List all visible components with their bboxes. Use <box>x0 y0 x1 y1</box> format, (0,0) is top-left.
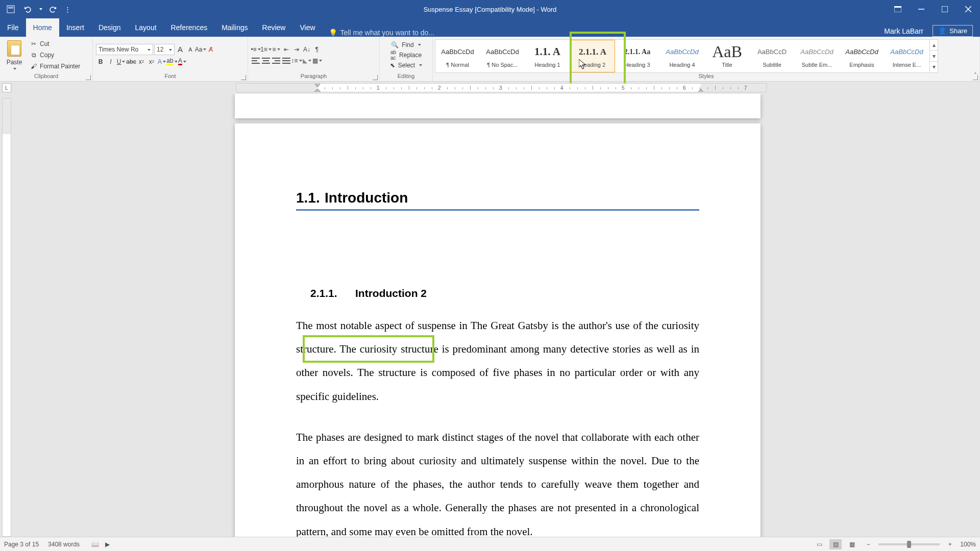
tab-file[interactable]: File <box>0 18 26 37</box>
style-subtitle[interactable]: AaBbCcDSubtitle <box>750 40 795 72</box>
numbering-button[interactable]: 1≡ <box>261 45 271 54</box>
shading-button[interactable]: ◣ <box>302 56 311 65</box>
maximize-button[interactable] <box>933 0 957 18</box>
style-title[interactable]: AaBTitle <box>705 40 750 72</box>
sort-button[interactable]: A↓ <box>302 45 311 54</box>
font-color-button[interactable]: A <box>178 57 187 66</box>
decrease-indent-button[interactable]: ⇤ <box>282 45 291 54</box>
tab-mailings[interactable]: Mailings <box>214 18 255 37</box>
font-dialog-launcher[interactable] <box>241 75 246 80</box>
style-heading-3[interactable]: 2.1.1. AaHeading 3 <box>615 40 660 72</box>
spelling-status-icon[interactable]: 📖 <box>89 539 101 549</box>
style-heading-4[interactable]: AaBbCcDdHeading 4 <box>660 40 705 72</box>
qat-customize[interactable]: ⋮ <box>64 4 70 15</box>
increase-indent-button[interactable]: ⇥ <box>292 45 301 54</box>
italic-button[interactable]: I <box>106 57 115 66</box>
page-count[interactable]: Page 3 of 15 <box>4 541 39 548</box>
superscript-button[interactable]: x2 <box>147 57 156 66</box>
close-button[interactable] <box>957 0 980 18</box>
subscript-button[interactable]: x2 <box>137 57 146 66</box>
ribbon-display-options[interactable] <box>886 0 910 18</box>
horizontal-ruler[interactable]: 1234567 <box>236 83 767 92</box>
tab-review[interactable]: Review <box>255 18 293 37</box>
select-button[interactable]: ⬉Select <box>390 62 422 69</box>
tab-design[interactable]: Design <box>91 18 128 37</box>
format-painter-button[interactable]: 🖌Format Painter <box>28 61 82 71</box>
read-mode-button[interactable]: ▭ <box>813 539 825 549</box>
collapse-ribbon-button[interactable]: ˄ <box>974 72 977 79</box>
word-count[interactable]: 3408 words <box>48 541 80 548</box>
borders-button[interactable]: ▦ <box>312 56 322 65</box>
tell-me-search[interactable]: 💡 Tell me what you want to do... <box>323 29 434 37</box>
undo-dropdown[interactable] <box>38 4 43 15</box>
highlight-button[interactable]: ab <box>167 57 177 66</box>
tab-references[interactable]: References <box>164 18 215 37</box>
tab-home[interactable]: Home <box>26 18 59 37</box>
styles-scroll-up[interactable]: ▴ <box>930 40 938 51</box>
style-subtle-em-[interactable]: AaBbCcDdSubtle Em... <box>795 40 840 72</box>
zoom-in-button[interactable]: + <box>944 539 956 549</box>
redo-button[interactable] <box>48 4 59 15</box>
zoom-out-button[interactable]: − <box>862 539 874 549</box>
vertical-ruler[interactable] <box>2 98 11 537</box>
text-effects-button[interactable]: A <box>157 57 166 66</box>
document-area: 1.1. Introduction 2.1.1. Introduction 2 … <box>0 94 980 537</box>
style-intense-e-[interactable]: AaBbCcDdIntense E... <box>885 40 929 72</box>
align-center-button[interactable] <box>261 56 271 65</box>
underline-button[interactable]: U <box>116 57 126 66</box>
zoom-level[interactable]: 100% <box>960 541 976 548</box>
copy-button[interactable]: ⧉Copy <box>28 50 82 60</box>
bold-button[interactable]: B <box>96 57 105 66</box>
cut-button[interactable]: ✂Cut <box>28 39 82 49</box>
autosave-icon[interactable] <box>5 4 16 15</box>
justify-button[interactable] <box>282 56 291 65</box>
paragraph-dialog-launcher[interactable] <box>373 75 378 80</box>
undo-button[interactable] <box>21 4 33 15</box>
style-heading-2[interactable]: 2.1.1. AHeading 2 <box>570 40 615 72</box>
multilevel-list-button[interactable]: ≡ <box>272 45 281 54</box>
print-layout-button[interactable]: ▤ <box>829 539 842 549</box>
minimize-button[interactable] <box>910 0 933 18</box>
account-name[interactable]: Mark LaBarr <box>884 27 923 35</box>
find-button[interactable]: 🔍Find <box>391 41 421 48</box>
styles-gallery[interactable]: AaBbCcDd¶ NormalAaBbCcDd¶ No Spac...1.1.… <box>435 39 938 73</box>
change-case-button[interactable]: Aa <box>196 45 205 54</box>
styles-gallery-expand[interactable]: ▾ <box>930 62 938 72</box>
clipboard-dialog-launcher[interactable] <box>86 75 91 80</box>
align-left-button[interactable] <box>251 56 260 65</box>
hanging-indent-marker[interactable] <box>314 89 321 92</box>
replace-button[interactable]: abacReplace <box>390 49 422 61</box>
align-right-button[interactable] <box>272 56 281 65</box>
heading-2[interactable]: 2.1.1. Introduction 2 <box>310 287 699 299</box>
font-size-combo[interactable]: 12 <box>154 44 175 55</box>
tab-view[interactable]: View <box>292 18 322 37</box>
style--no-spac-[interactable]: AaBbCcDd¶ No Spac... <box>480 40 525 72</box>
macro-status-icon[interactable]: ▶ <box>101 539 113 549</box>
share-button[interactable]: 👤 Share <box>933 25 973 37</box>
zoom-slider[interactable] <box>878 543 940 545</box>
style-emphasis[interactable]: AaBbCcDdEmphasis <box>840 40 885 72</box>
tab-insert[interactable]: Insert <box>59 18 91 37</box>
strikethrough-button[interactable]: abc <box>127 57 136 66</box>
tab-selector[interactable]: L <box>2 83 11 92</box>
document-page[interactable]: 1.1. Introduction 2.1.1. Introduction 2 … <box>235 123 761 537</box>
web-layout-button[interactable]: ▦ <box>846 539 858 549</box>
bullets-button[interactable]: •≡ <box>251 45 260 54</box>
grow-font-button[interactable]: A <box>176 45 185 54</box>
styles-gallery-scroll[interactable]: ▴▾▾ <box>929 40 938 72</box>
show-hide-paragraph-button[interactable]: ¶ <box>312 45 322 54</box>
paste-button[interactable]: Paste <box>3 39 26 71</box>
first-line-indent-marker[interactable] <box>314 83 321 87</box>
line-spacing-button[interactable]: ↕≡ <box>292 56 301 65</box>
clear-formatting-button[interactable]: A̸ <box>206 45 215 54</box>
heading-1[interactable]: 1.1. Introduction <box>296 190 699 206</box>
style-heading-1[interactable]: 1.1. AHeading 1 <box>525 40 570 72</box>
styles-scroll-down[interactable]: ▾ <box>930 51 938 62</box>
font-name-combo[interactable]: Times New Ro <box>96 44 153 55</box>
body-paragraph-2[interactable]: The phases are designed to mark distinct… <box>296 425 699 537</box>
right-indent-marker[interactable] <box>698 89 704 92</box>
tab-layout[interactable]: Layout <box>128 18 164 37</box>
style--normal[interactable]: AaBbCcDd¶ Normal <box>435 40 480 72</box>
body-paragraph-1[interactable]: The most notable aspect of suspense in T… <box>296 314 699 408</box>
shrink-font-button[interactable]: A <box>186 45 195 54</box>
